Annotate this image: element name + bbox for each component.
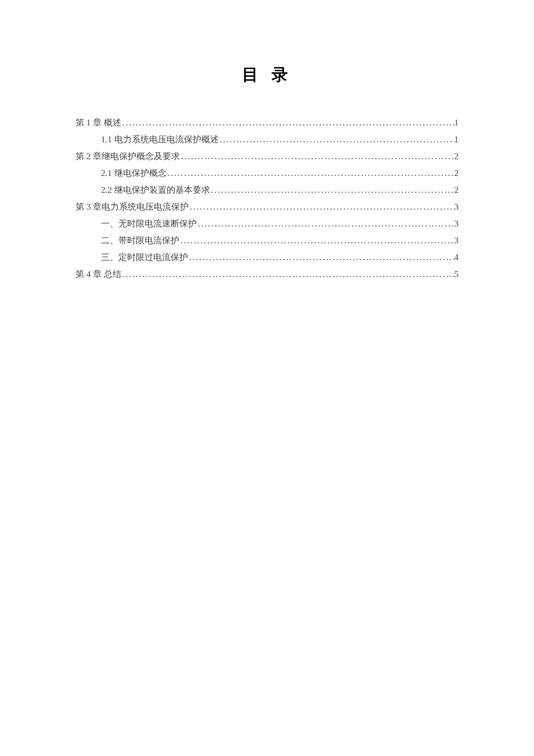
document-page: 目 录 第 1 章 概述 1 1.1 电力系统电压电流保护概述 1 第 2 章继… bbox=[0, 0, 534, 282]
toc-entry: 第 4 章 总结 5 bbox=[75, 267, 459, 282]
toc-dots bbox=[179, 233, 454, 249]
toc-entry: 二、带时限电流保护 3 bbox=[101, 233, 459, 249]
toc-entry: 2.2 继电保护装置的基本要求 2 bbox=[101, 182, 459, 198]
toc-entry: 一、无时限电流速断保护 3 bbox=[101, 216, 459, 232]
toc-dots bbox=[210, 182, 454, 198]
toc-dots bbox=[219, 132, 454, 147]
toc-entry-label: 2.1 继电保护概念 bbox=[101, 165, 167, 181]
toc-entry: 2.1 继电保护概念 2 bbox=[101, 165, 459, 181]
toc-entry-page: 2 bbox=[454, 182, 459, 198]
toc-list: 第 1 章 概述 1 1.1 电力系统电压电流保护概述 1 第 2 章继电保护概… bbox=[75, 115, 459, 282]
toc-entry-label: 第 1 章 概述 bbox=[75, 115, 121, 131]
toc-entry-page: 3 bbox=[454, 199, 459, 215]
toc-entry: 1.1 电力系统电压电流保护概述 1 bbox=[101, 132, 459, 147]
toc-entry-page: 2 bbox=[454, 149, 459, 164]
toc-entry-page: 3 bbox=[454, 233, 459, 249]
toc-dots bbox=[180, 149, 454, 164]
toc-entry: 第 3 章电力系统电压电流保护 3 bbox=[75, 199, 459, 215]
toc-entry-label: 1.1 电力系统电压电流保护概述 bbox=[101, 132, 219, 147]
toc-entry: 第 1 章 概述 1 bbox=[75, 115, 459, 131]
toc-dots bbox=[121, 115, 454, 131]
toc-entry-label: 第 3 章电力系统电压电流保护 bbox=[75, 199, 189, 215]
toc-entry-page: 1 bbox=[454, 115, 459, 131]
toc-dots bbox=[197, 216, 454, 232]
toc-dots bbox=[121, 267, 454, 282]
toc-title: 目 录 bbox=[75, 64, 459, 86]
toc-entry: 第 2 章继电保护概念及要求 2 bbox=[75, 149, 459, 164]
toc-entry-page: 4 bbox=[454, 250, 459, 265]
toc-entry-label: 第 4 章 总结 bbox=[75, 267, 121, 282]
toc-entry-page: 5 bbox=[454, 267, 459, 282]
toc-dots bbox=[188, 250, 454, 265]
toc-entry-page: 2 bbox=[454, 165, 459, 181]
toc-entry-label: 第 2 章继电保护概念及要求 bbox=[75, 149, 180, 164]
toc-entry-page: 3 bbox=[454, 216, 459, 232]
toc-entry-label: 2.2 继电保护装置的基本要求 bbox=[101, 182, 210, 198]
toc-dots bbox=[189, 199, 454, 215]
toc-entry-page: 1 bbox=[454, 132, 459, 147]
toc-entry-label: 一、无时限电流速断保护 bbox=[101, 216, 197, 232]
toc-entry-label: 三、定时限过电流保护 bbox=[101, 250, 188, 265]
toc-entry: 三、定时限过电流保护 4 bbox=[101, 250, 459, 265]
toc-dots bbox=[167, 165, 454, 181]
toc-entry-label: 二、带时限电流保护 bbox=[101, 233, 179, 249]
